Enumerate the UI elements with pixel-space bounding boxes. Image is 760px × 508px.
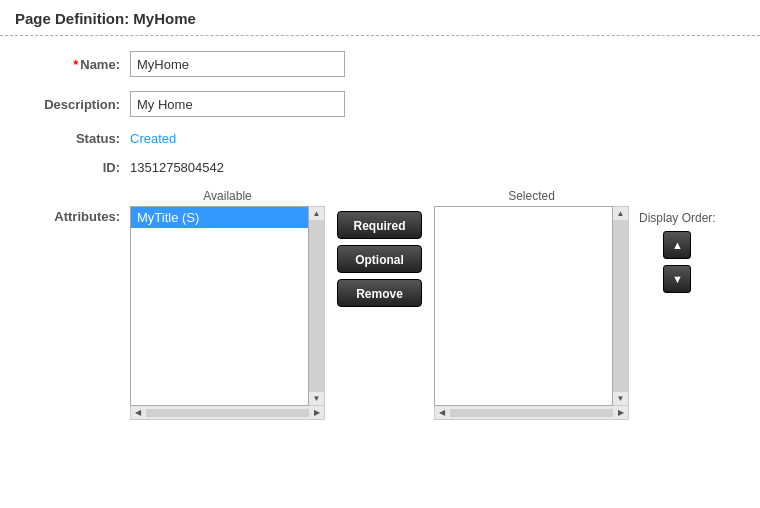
selected-hscroll-track [450, 409, 613, 417]
list-item[interactable]: MyTitle (S) [131, 207, 308, 228]
required-button[interactable]: Required [337, 211, 422, 239]
page-header: Page Definition: MyHome [0, 0, 760, 36]
available-scroll-down-icon[interactable]: ▼ [311, 392, 323, 405]
display-order-section: Display Order: ▲ ▼ [639, 189, 716, 299]
selected-listbox[interactable] [434, 206, 613, 406]
available-hscroll-left-icon[interactable]: ◀ [131, 406, 145, 420]
selected-hscroll-right-icon[interactable]: ▶ [614, 406, 628, 420]
order-down-button[interactable]: ▼ [663, 265, 691, 293]
available-listbox[interactable]: MyTitle (S) [130, 206, 309, 406]
selected-list-wrapper: ▲ ▼ [434, 206, 629, 406]
available-scroll-track [309, 220, 324, 392]
form-area: *Name: Description: Status: Created ID: … [0, 51, 760, 420]
description-label: Description: [20, 97, 130, 112]
id-label: ID: [20, 160, 130, 175]
name-label: *Name: [20, 57, 130, 72]
remove-button[interactable]: Remove [337, 279, 422, 307]
available-vscroll[interactable]: ▲ ▼ [309, 206, 325, 406]
available-hscroll[interactable]: ◀ ▶ [130, 406, 325, 420]
selected-hscroll[interactable]: ◀ ▶ [434, 406, 629, 420]
selected-label: Selected [508, 189, 555, 203]
order-down-icon: ▼ [672, 273, 683, 285]
selected-hscroll-left-icon[interactable]: ◀ [435, 406, 449, 420]
available-hscroll-right-icon[interactable]: ▶ [310, 406, 324, 420]
display-order-label: Display Order: [639, 211, 716, 225]
status-label: Status: [20, 131, 130, 146]
available-scroll-up-icon[interactable]: ▲ [311, 207, 323, 220]
name-input[interactable] [130, 51, 345, 77]
status-row: Status: Created [20, 131, 740, 146]
selected-list-container: Selected ▲ ▼ ◀ ▶ [434, 189, 629, 420]
selected-scroll-track [613, 220, 628, 392]
required-star: * [73, 57, 78, 72]
selected-scroll-up-icon[interactable]: ▲ [615, 207, 627, 220]
available-label: Available [203, 189, 251, 203]
attributes-content: Available MyTitle (S) ▲ ▼ ◀ ▶ [130, 189, 716, 420]
optional-button[interactable]: Optional [337, 245, 422, 273]
available-hscroll-track [146, 409, 309, 417]
selected-vscroll[interactable]: ▲ ▼ [613, 206, 629, 406]
selected-scroll-down-icon[interactable]: ▼ [615, 392, 627, 405]
attributes-label: Attributes: [20, 189, 130, 224]
attributes-section: Attributes: Available MyTitle (S) ▲ ▼ [20, 189, 740, 420]
id-value: 1351275804542 [130, 160, 224, 175]
status-value: Created [130, 131, 176, 146]
order-up-button[interactable]: ▲ [663, 231, 691, 259]
available-list-container: Available MyTitle (S) ▲ ▼ ◀ ▶ [130, 189, 325, 420]
page-title: Page Definition: MyHome [15, 10, 196, 27]
description-input[interactable] [130, 91, 345, 117]
order-up-icon: ▲ [672, 239, 683, 251]
description-row: Description: [20, 91, 740, 117]
id-row: ID: 1351275804542 [20, 160, 740, 175]
available-list-wrapper: MyTitle (S) ▲ ▼ [130, 206, 325, 406]
middle-buttons: Required Optional Remove [325, 211, 434, 307]
name-row: *Name: [20, 51, 740, 77]
